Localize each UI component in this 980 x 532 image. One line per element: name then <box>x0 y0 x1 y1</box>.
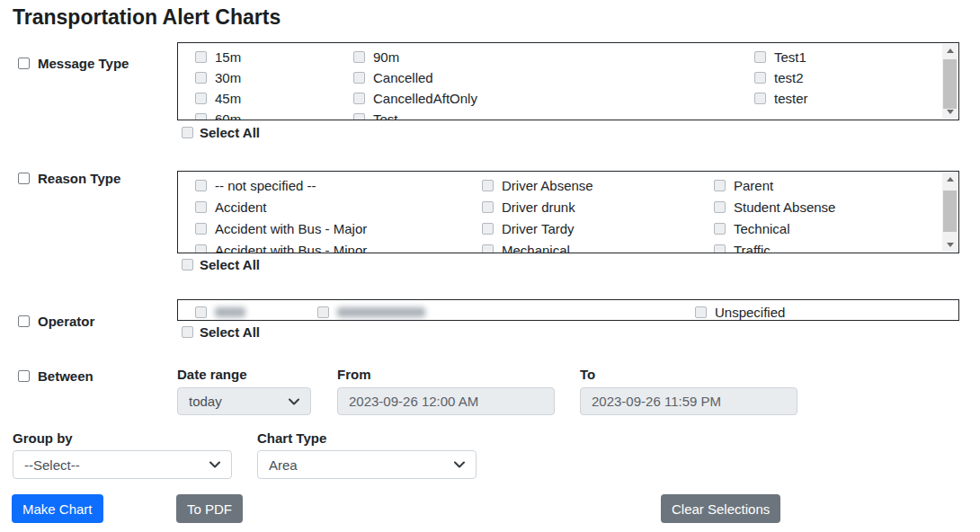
checkbox-option[interactable]: 60m <box>195 110 241 120</box>
option-label: Test <box>373 112 398 121</box>
checkbox-icon[interactable] <box>195 180 207 191</box>
checkbox-option[interactable]: test2 <box>754 68 804 86</box>
checkbox-option[interactable]: 45m <box>195 89 241 107</box>
checkbox-icon[interactable] <box>482 223 494 235</box>
to-label: To <box>580 367 595 382</box>
option-label: Driver drunk <box>502 200 575 214</box>
option-label: -- not specified -- <box>215 179 316 192</box>
message-type-select-all-checkbox[interactable] <box>182 127 193 138</box>
checkbox-icon[interactable] <box>754 93 766 104</box>
checkbox-icon[interactable] <box>195 93 207 104</box>
scroll-down-icon[interactable] <box>942 105 958 119</box>
checkbox-icon[interactable] <box>353 113 365 121</box>
checkbox-icon[interactable] <box>482 244 494 254</box>
operator-label: Operator <box>38 314 94 329</box>
checkbox-option[interactable]: Unspecified <box>695 303 785 321</box>
clear-selections-button[interactable]: Clear Selections <box>661 494 780 523</box>
from-input[interactable]: 2023-09-26 12:00 AM <box>337 387 555 415</box>
message-type-listbox[interactable]: 15m30m45m60m90mCancelledCancelledAftOnly… <box>177 42 959 120</box>
reason-type-checkbox[interactable] <box>18 173 30 184</box>
option-label: Accident with Bus - Major <box>215 222 367 235</box>
checkbox-icon[interactable] <box>195 306 207 318</box>
reason-type-listbox[interactable]: -- not specified --AccidentAccident with… <box>177 171 959 253</box>
checkbox-icon[interactable] <box>195 201 207 213</box>
checkbox-option[interactable]: CancelledAftOnly <box>353 89 477 107</box>
option-label: Cancelled <box>373 71 433 84</box>
checkbox-option[interactable]: Traffic <box>714 241 771 253</box>
reason-type-select-all-checkbox[interactable] <box>182 259 193 270</box>
message-type-label: Message Type <box>38 56 129 71</box>
checkbox-option[interactable]: Driver Tardy <box>482 219 575 237</box>
message-type-checkbox[interactable] <box>18 58 30 69</box>
checkbox-option[interactable]: Test1 <box>754 48 806 66</box>
checkbox-option[interactable]: Test <box>353 110 398 120</box>
checkbox-option[interactable]: Driver drunk <box>482 198 575 216</box>
checkbox-icon[interactable] <box>754 51 766 63</box>
between-checkbox[interactable] <box>18 370 30 382</box>
to-input[interactable]: 2023-09-26 11:59 PM <box>580 387 797 415</box>
checkbox-icon[interactable] <box>714 201 726 213</box>
checkbox-option[interactable] <box>195 303 245 321</box>
checkbox-icon[interactable] <box>195 72 207 84</box>
scroll-thumb[interactable] <box>943 59 957 109</box>
checkbox-option[interactable]: Cancelled <box>353 68 433 86</box>
chevron-down-icon <box>454 461 465 468</box>
checkbox-icon[interactable] <box>482 201 494 213</box>
checkbox-icon[interactable] <box>695 306 707 318</box>
scrollbar[interactable] <box>942 44 958 119</box>
checkbox-icon[interactable] <box>714 223 726 235</box>
checkbox-option[interactable]: Technical <box>714 219 790 237</box>
checkbox-icon[interactable] <box>353 51 365 63</box>
operator-select-all-checkbox[interactable] <box>182 326 193 338</box>
checkbox-option[interactable]: 90m <box>353 48 399 66</box>
scroll-down-icon[interactable] <box>942 238 958 252</box>
checkbox-option[interactable]: Parent <box>714 176 773 194</box>
to-value: 2023-09-26 11:59 PM <box>592 394 721 409</box>
make-chart-button[interactable]: Make Chart <box>12 494 103 523</box>
option-label: 30m <box>215 71 241 84</box>
checkbox-icon[interactable] <box>714 244 726 254</box>
checkbox-option[interactable]: Accident with Bus - Minor <box>195 241 367 253</box>
checkbox-option[interactable]: tester <box>754 89 808 107</box>
option-label: Accident with Bus - Minor <box>215 244 367 254</box>
checkbox-option[interactable]: Mechanical <box>482 241 570 253</box>
group-by-select[interactable]: --Select-- <box>13 450 232 479</box>
chart-type-value: Area <box>269 457 298 473</box>
option-label: Test1 <box>774 50 806 64</box>
date-range-select[interactable]: today <box>177 387 311 415</box>
checkbox-option[interactable]: -- not specified -- <box>195 176 316 194</box>
checkbox-icon[interactable] <box>195 51 207 63</box>
option-label: Accident <box>215 200 267 214</box>
checkbox-option[interactable]: Accident with Bus - Major <box>195 219 367 237</box>
checkbox-icon[interactable] <box>195 244 207 254</box>
scrollbar[interactable] <box>942 173 958 252</box>
checkbox-option[interactable]: Accident <box>195 198 267 216</box>
checkbox-icon[interactable] <box>353 72 365 84</box>
checkbox-icon[interactable] <box>482 180 494 191</box>
option-label: Mechanical <box>502 244 570 254</box>
checkbox-option[interactable]: Driver Absense <box>482 176 593 194</box>
page-title: Transportation Alert Charts <box>13 5 281 30</box>
checkbox-icon[interactable] <box>353 93 365 104</box>
scroll-up-icon[interactable] <box>942 173 958 186</box>
to-pdf-button[interactable]: To PDF <box>176 494 243 523</box>
operator-checkbox[interactable] <box>18 315 30 327</box>
date-range-label: Date range <box>177 367 247 382</box>
checkbox-icon[interactable] <box>714 180 726 191</box>
checkbox-option[interactable]: 15m <box>195 48 241 66</box>
reason-type-label: Reason Type <box>38 171 120 186</box>
option-label: Technical <box>734 222 790 235</box>
chart-type-select[interactable]: Area <box>257 450 477 479</box>
scroll-up-icon[interactable] <box>942 44 958 58</box>
scroll-thumb[interactable] <box>943 191 957 232</box>
redacted-option-label <box>337 307 425 317</box>
operator-listbox[interactable]: Unspecified <box>177 299 959 321</box>
between-label: Between <box>38 368 94 384</box>
checkbox-option[interactable]: Student Absense <box>714 198 835 216</box>
checkbox-option[interactable] <box>317 303 425 321</box>
checkbox-option[interactable]: 30m <box>195 68 241 86</box>
checkbox-icon[interactable] <box>754 72 766 84</box>
checkbox-icon[interactable] <box>195 113 207 121</box>
checkbox-icon[interactable] <box>317 306 329 318</box>
checkbox-icon[interactable] <box>195 223 207 235</box>
